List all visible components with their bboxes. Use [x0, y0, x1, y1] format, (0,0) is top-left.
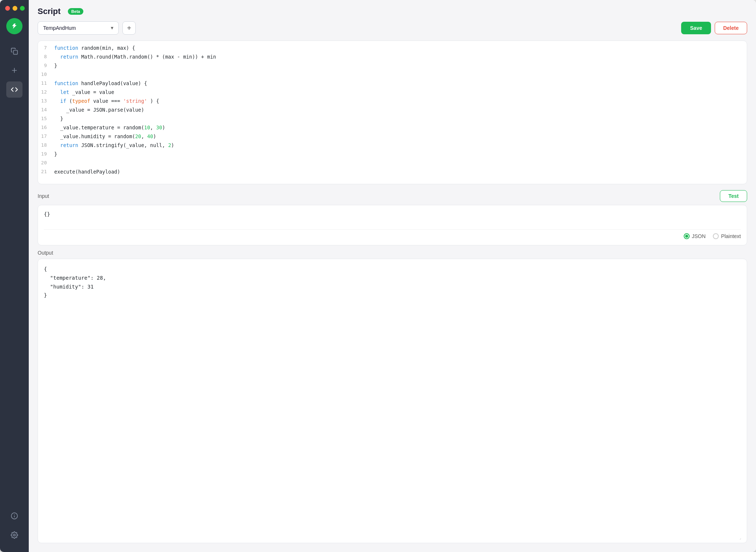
beta-badge: Beta — [68, 8, 83, 15]
line-number: 21 — [38, 168, 54, 176]
sidebar-nav — [6, 43, 22, 508]
line-number: 10 — [38, 70, 54, 78]
page-title: Script — [38, 7, 60, 16]
minimize-button[interactable] — [13, 6, 17, 11]
line-number: 11 — [38, 79, 54, 87]
save-button[interactable]: Save — [681, 22, 711, 34]
code-line: 19} — [38, 150, 747, 159]
sidebar-item-settings[interactable] — [6, 527, 22, 543]
input-section: Input Test {} JSON Plaintext — [38, 190, 747, 245]
output-label: Output — [38, 250, 53, 256]
add-script-button[interactable]: + — [122, 21, 136, 35]
window-controls — [0, 6, 25, 11]
input-footer: JSON Plaintext — [44, 229, 741, 239]
line-number: 7 — [38, 44, 54, 52]
line-content: function handlePayload(value) { — [54, 79, 741, 88]
line-content: } — [54, 150, 741, 158]
line-number: 16 — [38, 123, 54, 132]
input-label: Input — [38, 193, 49, 199]
line-content — [54, 159, 741, 167]
code-line: 12 let _value = value — [38, 88, 747, 97]
line-content: return JSON.stringify(_value, null, 2) — [54, 141, 741, 150]
code-editor-panel: 7function random(min, max) {8 return Mat… — [38, 41, 747, 184]
line-content: _value = JSON.parse(value) — [54, 106, 741, 114]
code-icon — [11, 86, 18, 93]
input-panel: {} JSON Plaintext — [38, 205, 747, 245]
sidebar-bottom — [6, 508, 22, 546]
code-line: 13 if (typeof value === 'string' ) { — [38, 97, 747, 106]
line-content: _value.humidity = random(20, 40) — [54, 132, 741, 141]
line-number: 8 — [38, 53, 54, 61]
line-content: return Math.round(Math.random() * (max -… — [54, 53, 741, 61]
svg-point-6 — [14, 534, 15, 536]
delete-button[interactable]: Delete — [715, 22, 747, 34]
code-line: 8 return Math.round(Math.random() * (max… — [38, 53, 747, 62]
sidebar-item-code[interactable] — [6, 81, 22, 98]
sidebar-item-add[interactable] — [6, 62, 22, 78]
info-icon — [11, 512, 18, 520]
line-content: _value.temperature = random(10, 30) — [54, 123, 741, 132]
code-line: 18 return JSON.stringify(_value, null, 2… — [38, 141, 747, 150]
line-number: 18 — [38, 141, 54, 149]
json-radio[interactable] — [684, 233, 690, 239]
line-number: 20 — [38, 159, 54, 167]
sidebar-item-copy[interactable] — [6, 43, 22, 59]
resize-handle[interactable]: ⌟ — [739, 536, 745, 541]
line-content — [54, 70, 741, 79]
test-button[interactable]: Test — [720, 190, 747, 202]
svg-rect-0 — [14, 50, 18, 55]
code-line: 10 — [38, 70, 747, 79]
line-content: function random(min, max) { — [54, 44, 741, 52]
line-number: 13 — [38, 97, 54, 105]
output-section: Output { "temperature": 28, "humidity": … — [38, 250, 747, 543]
code-line: 20 — [38, 159, 747, 168]
line-content: if (typeof value === 'string' ) { — [54, 97, 741, 105]
code-area[interactable]: 7function random(min, max) {8 return Mat… — [38, 41, 747, 184]
code-line: 9} — [38, 62, 747, 70]
code-line: 11function handlePayload(value) { — [38, 79, 747, 88]
sidebar-item-info[interactable] — [6, 508, 22, 524]
code-line: 16 _value.temperature = random(10, 30) — [38, 123, 747, 132]
script-select[interactable]: TempAndHum — [38, 21, 119, 35]
output-panel: { "temperature": 28, "humidity": 31 } ⌟ — [38, 259, 747, 543]
line-content: let _value = value — [54, 88, 741, 97]
json-format-option[interactable]: JSON — [684, 233, 705, 239]
line-number: 19 — [38, 150, 54, 158]
line-content: } — [54, 115, 741, 123]
json-label: JSON — [692, 233, 705, 239]
main-content: Script Beta TempAndHum ▼ + Save Delete — [29, 0, 756, 552]
line-number: 14 — [38, 106, 54, 114]
plaintext-radio[interactable] — [713, 233, 719, 239]
sections-wrapper: Input Test {} JSON Plaintext — [38, 190, 747, 543]
script-select-wrapper: TempAndHum ▼ — [38, 21, 119, 35]
line-number: 9 — [38, 62, 54, 70]
line-number: 15 — [38, 115, 54, 123]
input-textarea[interactable]: {} — [44, 211, 741, 226]
plaintext-label: Plaintext — [721, 233, 741, 239]
code-line: 17 _value.humidity = random(20, 40) — [38, 132, 747, 141]
app-logo[interactable] — [6, 18, 22, 34]
line-content: execute(handlePayload) — [54, 168, 741, 176]
topbar: Script Beta — [29, 0, 756, 21]
gear-icon — [11, 531, 18, 539]
plaintext-format-option[interactable]: Plaintext — [713, 233, 741, 239]
copy-icon — [11, 48, 18, 55]
line-content: } — [54, 62, 741, 70]
close-button[interactable] — [5, 6, 10, 11]
output-content: { "temperature": 28, "humidity": 31 } — [44, 265, 741, 300]
code-line: 7function random(min, max) { — [38, 44, 747, 53]
line-number: 12 — [38, 88, 54, 96]
input-section-header: Input Test — [38, 190, 747, 202]
app-window: Script Beta TempAndHum ▼ + Save Delete — [0, 0, 756, 552]
output-section-header: Output — [38, 250, 747, 256]
line-number: 17 — [38, 132, 54, 140]
content-area: TempAndHum ▼ + Save Delete 7function ran… — [29, 21, 756, 552]
plus-icon — [11, 67, 18, 74]
code-line: 21execute(handlePayload) — [38, 168, 747, 177]
maximize-button[interactable] — [20, 6, 25, 11]
script-toolbar: TempAndHum ▼ + Save Delete — [38, 21, 747, 35]
sidebar — [0, 0, 29, 552]
code-line: 15 } — [38, 115, 747, 123]
code-line: 14 _value = JSON.parse(value) — [38, 106, 747, 115]
